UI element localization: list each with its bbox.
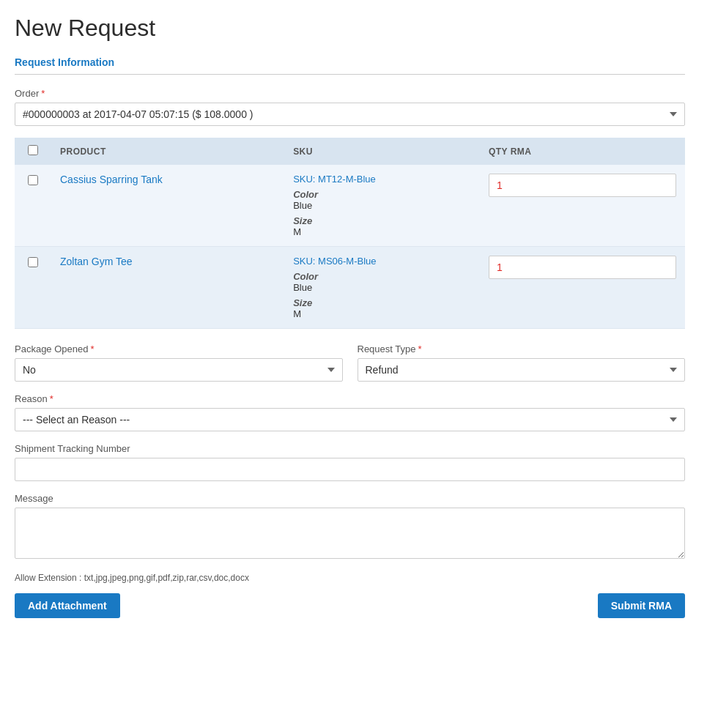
product-name: Zoltan Gym Tee (60, 256, 133, 267)
row-product-name-cell: Zoltan Gym Tee (51, 247, 284, 329)
message-group: Message (15, 493, 685, 561)
reason-select[interactable]: --- Select an Reason --- (15, 408, 685, 431)
button-row: Add Attachment Submit RMA (15, 593, 685, 618)
page-title: New Request (15, 15, 685, 42)
color-label: Color (293, 271, 471, 282)
reason-group: Reason* --- Select an Reason --- (15, 393, 685, 431)
package-opened-group: Package Opened* No Yes (15, 343, 343, 382)
row-sku-cell: SKU: MT12-M-Blue Color Blue Size M (284, 165, 480, 247)
order-field-group: Order* #000000003 at 2017-04-07 05:07:15… (15, 88, 685, 126)
color-value: Blue (293, 200, 471, 211)
row-sku-cell: SKU: MS06-M-Blue Color Blue Size M (284, 247, 480, 329)
request-type-group: Request Type* Refund Replacement Exchang… (358, 343, 686, 382)
allow-extension-text: Allow Extension : txt,jpg,jpeg,png,gif,p… (15, 573, 685, 583)
add-attachment-button[interactable]: Add Attachment (15, 593, 120, 618)
color-label: Color (293, 189, 471, 200)
size-value: M (293, 226, 471, 237)
sku-value: SKU: MS06-M-Blue (293, 256, 471, 267)
reason-label: Reason* (15, 393, 685, 404)
submit-rma-button[interactable]: Submit RMA (598, 593, 685, 618)
row-checkbox-cell (15, 247, 51, 329)
row-package-requesttype: Package Opened* No Yes Request Type* Ref… (15, 343, 685, 382)
row-checkbox-cell (15, 165, 51, 247)
size-value: M (293, 308, 471, 319)
qty-input-1[interactable] (489, 256, 676, 279)
section-title: Request Information (15, 56, 685, 68)
sku-value: SKU: MT12-M-Blue (293, 174, 471, 185)
col-header-checkbox (15, 138, 51, 165)
tracking-number-label: Shipment Tracking Number (15, 443, 685, 454)
row-qty-cell (480, 247, 685, 329)
row-qty-cell (480, 165, 685, 247)
tracking-number-input[interactable] (15, 458, 685, 481)
size-label: Size (293, 215, 471, 226)
order-label: Order* (15, 88, 685, 99)
row-product-name-cell: Cassius Sparring Tank (51, 165, 284, 247)
tracking-number-group: Shipment Tracking Number (15, 443, 685, 481)
table-row: Cassius Sparring Tank SKU: MT12-M-Blue C… (15, 165, 685, 247)
package-opened-label: Package Opened* (15, 343, 343, 354)
qty-input-0[interactable] (489, 174, 676, 197)
table-row: Zoltan Gym Tee SKU: MS06-M-Blue Color Bl… (15, 247, 685, 329)
package-opened-select[interactable]: No Yes (15, 358, 343, 382)
order-select[interactable]: #000000003 at 2017-04-07 05:07:15 ($ 108… (15, 103, 685, 126)
col-header-qty-rma: QTY RMA (480, 138, 685, 165)
select-all-checkbox[interactable] (28, 145, 38, 155)
request-type-label: Request Type* (358, 343, 686, 354)
request-type-select[interactable]: Refund Replacement Exchange (358, 358, 686, 382)
size-label: Size (293, 297, 471, 308)
row-checkbox-1[interactable] (28, 257, 38, 267)
col-header-product: PRODUCT (51, 138, 284, 165)
row-checkbox-0[interactable] (28, 175, 38, 185)
products-table: PRODUCT SKU QTY RMA Cassius Sparring Tan… (15, 138, 685, 329)
color-value: Blue (293, 282, 471, 293)
message-label: Message (15, 493, 685, 504)
product-name: Cassius Sparring Tank (60, 174, 163, 185)
col-header-sku: SKU (284, 138, 480, 165)
section-divider (15, 74, 685, 75)
message-textarea[interactable] (15, 508, 685, 559)
